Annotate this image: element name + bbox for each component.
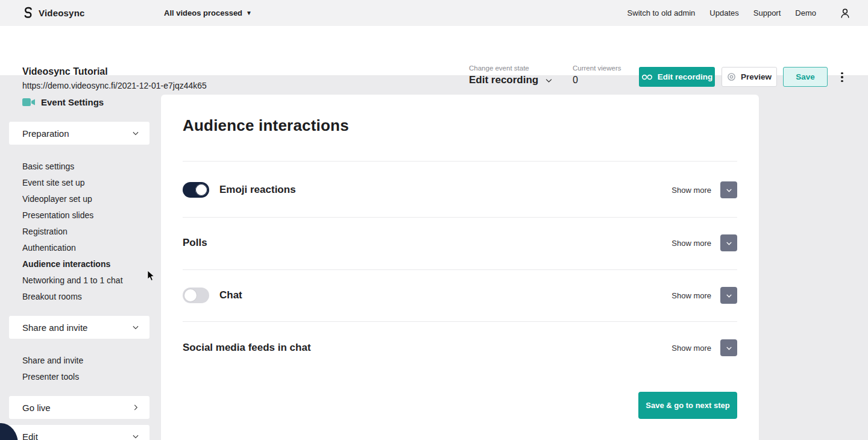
event-settings-title: Event Settings: [22, 97, 104, 107]
chevron-down-icon: [131, 129, 140, 137]
sidebar-item-networking-1to1-chat[interactable]: Networking and 1 to 1 chat: [22, 272, 123, 288]
event-state-group: Change event state Edit recording: [469, 64, 553, 86]
sidebar-item-presenter-tools[interactable]: Presenter tools: [22, 368, 83, 385]
event-settings-title-label: Event Settings: [41, 97, 104, 107]
user-account-icon[interactable]: [839, 7, 851, 19]
audience-interactions-panel: Audience interactions Emoji reactions Sh…: [161, 95, 759, 440]
recording-icon: [641, 74, 653, 81]
more-options-kebab-menu[interactable]: [838, 69, 846, 85]
feature-label: Emoji reactions: [219, 184, 296, 196]
expand-section-button[interactable]: [720, 181, 737, 198]
chevron-down-icon: [131, 323, 140, 332]
sidebar-item-audience-interactions[interactable]: Audience interactions: [22, 256, 123, 272]
brand-logo[interactable]: Videosync: [22, 7, 85, 19]
preparation-section-label: Preparation: [22, 128, 69, 139]
chevron-down-icon: [131, 432, 140, 440]
edit-section-label: Edit: [22, 432, 38, 440]
event-state-value: Edit recording: [469, 74, 538, 86]
go-live-section-label: Go live: [22, 403, 51, 413]
videos-status-label: All videos processed: [164, 8, 242, 17]
feature-label: Chat: [219, 289, 242, 301]
save-button[interactable]: Save: [783, 67, 828, 87]
show-more-link[interactable]: Show more: [671, 186, 711, 195]
sidebar-section-share-and-invite[interactable]: Share and invite: [9, 316, 149, 339]
sidebar-section-edit[interactable]: Edit: [9, 425, 149, 440]
support-link[interactable]: Support: [753, 8, 781, 17]
switch-old-admin-link[interactable]: Switch to old admin: [627, 8, 696, 17]
current-viewers-label: Current viewers: [573, 64, 621, 72]
expand-section-button[interactable]: [720, 287, 737, 304]
feature-label: Social media feeds in chat: [183, 342, 311, 354]
sidebar-section-go-live[interactable]: Go live: [9, 396, 149, 419]
feature-row-polls: Polls Show more: [183, 234, 737, 251]
brand-name: Videosync: [39, 8, 85, 18]
share-items: Share and invite Presenter tools: [22, 352, 83, 385]
divider: [183, 321, 737, 322]
sidebar-item-event-site-set-up[interactable]: Event site set up: [22, 174, 123, 190]
updates-link[interactable]: Updates: [709, 8, 738, 17]
sidebar-item-basic-settings[interactable]: Basic settings: [22, 158, 123, 174]
chevron-down-icon: [544, 76, 553, 85]
save-button-label: Save: [796, 72, 815, 81]
sidebar-item-registration[interactable]: Registration: [22, 223, 123, 239]
edit-recording-button-label: Edit recording: [658, 72, 713, 81]
chat-toggle[interactable]: [183, 288, 209, 303]
expand-section-button[interactable]: [720, 234, 737, 251]
sidebar-item-presentation-slides[interactable]: Presentation slides: [22, 207, 123, 223]
feature-row-social-media-feeds: Social media feeds in chat Show more: [183, 339, 737, 356]
chevron-down-icon: [725, 344, 733, 352]
current-viewers-group: Current viewers 0: [573, 64, 621, 86]
top-bar: Videosync All videos processed ▼ Switch …: [0, 0, 868, 26]
edit-recording-button[interactable]: Edit recording: [639, 67, 715, 87]
page-title: Audience interactions: [183, 116, 349, 135]
show-more-link[interactable]: Show more: [671, 344, 711, 353]
topbar-links: Switch to old admin Updates Support Demo: [627, 7, 851, 19]
event-header: Videosync Tutorial https://demo.videosyn…: [0, 26, 868, 76]
divider: [183, 217, 737, 218]
show-more-link[interactable]: Show more: [671, 291, 711, 300]
preparation-items: Basic settings Event site set up Videopl…: [22, 158, 123, 304]
feature-row-emoji-reactions: Emoji reactions Show more: [183, 181, 737, 198]
sidebar-item-share-and-invite[interactable]: Share and invite: [22, 352, 83, 368]
sidebar-section-preparation[interactable]: Preparation: [9, 122, 149, 145]
divider: [183, 269, 737, 270]
emoji-reactions-toggle[interactable]: [183, 182, 209, 198]
preview-button[interactable]: Preview: [722, 67, 777, 87]
sidebar-item-authentication[interactable]: Authentication: [22, 239, 123, 256]
caret-down-icon: ▼: [246, 10, 252, 16]
chevron-right-icon: [131, 403, 140, 412]
feature-label: Polls: [183, 237, 207, 249]
share-invite-section-label: Share and invite: [22, 322, 87, 333]
divider: [183, 161, 737, 162]
demo-link[interactable]: Demo: [795, 8, 816, 17]
preview-eye-icon: [727, 72, 736, 81]
videosync-admin-page: Videosync All videos processed ▼ Switch …: [0, 0, 868, 440]
videos-status-dropdown[interactable]: All videos processed ▼: [164, 8, 252, 17]
chevron-down-icon: [725, 292, 733, 300]
settings-sidebar: Event Settings Preparation Basic setting…: [0, 76, 161, 440]
video-camera-icon: [22, 98, 36, 107]
show-more-link[interactable]: Show more: [671, 239, 711, 248]
preview-button-label: Preview: [741, 72, 772, 81]
current-viewers-count: 0: [573, 75, 621, 86]
expand-section-button[interactable]: [720, 339, 737, 356]
event-state-dropdown[interactable]: Edit recording: [469, 74, 553, 86]
chevron-down-icon: [725, 186, 733, 194]
sidebar-item-videoplayer-set-up[interactable]: Videoplayer set up: [22, 190, 123, 207]
event-state-label: Change event state: [469, 64, 553, 72]
feature-row-chat: Chat Show more: [183, 287, 737, 304]
videosync-logo-icon: [22, 7, 34, 19]
sidebar-item-breakout-rooms[interactable]: Breakout rooms: [22, 288, 123, 304]
chevron-down-icon: [725, 239, 733, 247]
save-and-next-step-button[interactable]: Save & go to next step: [638, 392, 737, 419]
